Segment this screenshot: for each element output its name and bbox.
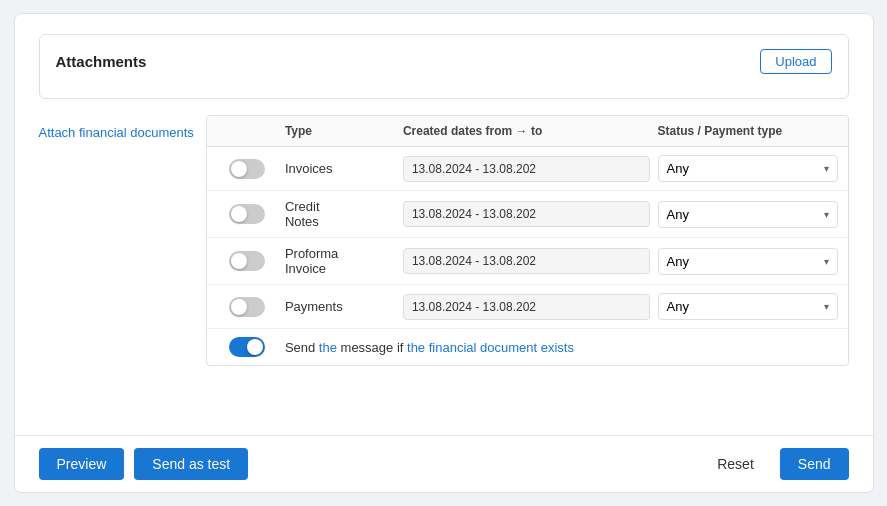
status-proforma[interactable]: Any ▾ bbox=[658, 248, 838, 275]
message-row: Send the message if the financial docume… bbox=[207, 329, 848, 365]
table-row: CreditNotes 13.08.2024 - 13.08.202 Any ▾ bbox=[207, 191, 848, 238]
toggle-cell-proforma bbox=[217, 251, 277, 271]
type-payments: Payments bbox=[285, 299, 395, 314]
table-row: Payments 13.08.2024 - 13.08.202 Any ▾ bbox=[207, 285, 848, 329]
status-value-proforma: Any bbox=[667, 254, 689, 269]
attachments-title: Attachments bbox=[56, 53, 147, 70]
message-highlight-financial: the financial document exists bbox=[407, 340, 574, 355]
status-credit-notes[interactable]: Any ▾ bbox=[658, 201, 838, 228]
attachments-section: Attachments Upload bbox=[39, 34, 849, 99]
toggle-credit-notes[interactable] bbox=[229, 204, 265, 224]
status-value-credit-notes: Any bbox=[667, 207, 689, 222]
toggle-cell-payments bbox=[217, 297, 277, 317]
toggle-cell-invoices bbox=[217, 159, 277, 179]
table-row: Invoices 13.08.2024 - 13.08.202 Any ▾ bbox=[207, 147, 848, 191]
toggle-knob-message bbox=[247, 339, 263, 355]
toggle-invoices[interactable] bbox=[229, 159, 265, 179]
status-invoices[interactable]: Any ▾ bbox=[658, 155, 838, 182]
toggle-message[interactable] bbox=[229, 337, 265, 357]
main-content: Attachments Upload Attach financial docu… bbox=[15, 14, 873, 435]
type-credit-notes: CreditNotes bbox=[285, 199, 395, 229]
footer: Preview Send as test Reset Send bbox=[15, 435, 873, 492]
date-invoices[interactable]: 13.08.2024 - 13.08.202 bbox=[403, 156, 650, 182]
date-proforma[interactable]: 13.08.2024 - 13.08.202 bbox=[403, 248, 650, 274]
financial-label: Attach financial documents bbox=[39, 115, 206, 140]
table-header: Type Created dates from → to Status / Pa… bbox=[207, 116, 848, 147]
financial-section: Attach financial documents Type Created … bbox=[39, 115, 849, 366]
preview-button[interactable]: Preview bbox=[39, 448, 125, 480]
toggle-payments[interactable] bbox=[229, 297, 265, 317]
main-card: Attachments Upload Attach financial docu… bbox=[14, 13, 874, 493]
toggle-knob-proforma bbox=[231, 253, 247, 269]
type-proforma: ProformaInvoice bbox=[285, 246, 395, 276]
toggle-knob-invoices bbox=[231, 161, 247, 177]
status-value-invoices: Any bbox=[667, 161, 689, 176]
table-row: ProformaInvoice 13.08.2024 - 13.08.202 A… bbox=[207, 238, 848, 285]
chevron-down-icon: ▾ bbox=[824, 209, 829, 220]
footer-left: Preview Send as test bbox=[39, 448, 249, 480]
toggle-cell-credit-notes bbox=[217, 204, 277, 224]
toggle-proforma[interactable] bbox=[229, 251, 265, 271]
message-highlight-the: the bbox=[319, 340, 337, 355]
col-dates-header: Created dates from → to bbox=[403, 124, 650, 138]
toggle-cell-message bbox=[217, 337, 277, 357]
reset-button[interactable]: Reset bbox=[701, 448, 770, 480]
attachments-header: Attachments Upload bbox=[56, 49, 832, 74]
upload-button[interactable]: Upload bbox=[760, 49, 831, 74]
chevron-down-icon: ▾ bbox=[824, 163, 829, 174]
send-button[interactable]: Send bbox=[780, 448, 849, 480]
toggle-knob-payments bbox=[231, 299, 247, 315]
status-payments[interactable]: Any ▾ bbox=[658, 293, 838, 320]
financial-table: Type Created dates from → to Status / Pa… bbox=[206, 115, 849, 366]
message-text: Send the message if the financial docume… bbox=[285, 340, 838, 355]
col-status-header: Status / Payment type bbox=[658, 124, 838, 138]
send-as-test-button[interactable]: Send as test bbox=[134, 448, 248, 480]
status-value-payments: Any bbox=[667, 299, 689, 314]
type-invoices: Invoices bbox=[285, 161, 395, 176]
col-toggle-header bbox=[217, 124, 277, 138]
footer-right: Reset Send bbox=[701, 448, 848, 480]
col-type-header: Type bbox=[285, 124, 395, 138]
toggle-knob-credit-notes bbox=[231, 206, 247, 222]
date-payments[interactable]: 13.08.2024 - 13.08.202 bbox=[403, 294, 650, 320]
chevron-down-icon: ▾ bbox=[824, 256, 829, 267]
chevron-down-icon: ▾ bbox=[824, 301, 829, 312]
date-credit-notes[interactable]: 13.08.2024 - 13.08.202 bbox=[403, 201, 650, 227]
